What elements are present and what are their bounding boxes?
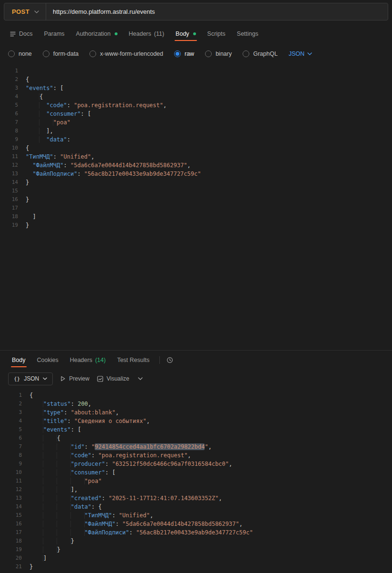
code-line-5[interactable]: 5 "events": [	[0, 425, 392, 434]
code-line-16[interactable]: 16}	[0, 195, 392, 204]
chevron-down-icon	[138, 377, 143, 380]
code-line-5[interactable]: 5 "code": "poa.registration.request",	[0, 101, 392, 110]
radio-icon	[243, 50, 249, 57]
code-line-14[interactable]: 14 "data": {	[0, 503, 392, 511]
code-line-8[interactable]: 8 "code": "poa.registration.request",	[0, 451, 392, 460]
code-line-1[interactable]: 1	[0, 67, 392, 75]
code-line-10[interactable]: 10{	[0, 144, 392, 152]
line-number: 4	[0, 417, 29, 425]
code-text: ],	[29, 485, 78, 494]
line-number: 9	[0, 460, 29, 468]
visualize-icon	[97, 376, 103, 382]
body-language-select[interactable]: JSON	[289, 50, 312, 57]
method-select[interactable]: POST	[4, 3, 46, 20]
code-line-15[interactable]: 15 "ТипМЧД": "Unified",	[0, 511, 392, 520]
code-line-19[interactable]: 19 }	[0, 545, 392, 554]
url-input[interactable]	[46, 3, 388, 20]
postman-app: POST DocsParamsAuthorizationHeaders(11)B…	[0, 0, 392, 573]
response-format-select[interactable]: {} JSON	[8, 372, 53, 385]
body-type-raw-label: raw	[185, 50, 194, 57]
body-type-graphql[interactable]: GraphQL	[243, 50, 277, 57]
line-number: 17	[0, 204, 26, 212]
code-line-1[interactable]: 1{	[0, 391, 392, 400]
tab-params-label: Params	[44, 30, 64, 37]
code-line-9[interactable]: 9 "data":	[0, 135, 392, 144]
code-line-18[interactable]: 18 }	[0, 537, 392, 545]
response-tab-headers[interactable]: Headers(14)	[65, 351, 111, 370]
code-text: "data": {	[29, 503, 102, 511]
preview-button[interactable]: Preview	[60, 375, 89, 382]
code-line-8[interactable]: 8 ],	[0, 127, 392, 135]
code-line-17[interactable]: 17	[0, 204, 392, 212]
body-type-x-www-form-urlencoded[interactable]: x-www-form-urlencoded	[89, 50, 163, 57]
code-line-12[interactable]: 12 "ФайлМЧД": "5da6c6a7e0044d14b427858bd…	[0, 161, 392, 170]
response-body-editor[interactable]: 1{2 "status": 200,3 "type": "about:blank…	[0, 388, 392, 573]
code-line-6[interactable]: 6 {	[0, 434, 392, 442]
request-tabs: DocsParamsAuthorizationHeaders(11)BodySc…	[0, 23, 392, 44]
line-number: 12	[0, 161, 26, 170]
tab-body-label: Body	[176, 30, 189, 37]
request-body-editor[interactable]: 12{3"events": [4 {5 "code": "poa.registr…	[0, 63, 392, 350]
code-text: "consumer": [	[29, 468, 116, 477]
line-number: 3	[0, 84, 26, 92]
tab-headers[interactable]: Headers(11)	[124, 23, 170, 44]
code-line-15[interactable]: 15	[0, 187, 392, 195]
code-line-20[interactable]: 20 ]	[0, 554, 392, 563]
response-tab-test-results[interactable]: Test Results	[112, 351, 155, 370]
visualize-button[interactable]: Visualize	[97, 375, 129, 382]
tab-headers-count: (11)	[154, 30, 164, 37]
code-line-9[interactable]: 9 "producer": "632512f50dc6466c96a7f0316…	[0, 460, 392, 468]
line-number: 19	[0, 221, 26, 230]
play-icon	[60, 376, 66, 382]
line-number: 14	[0, 178, 26, 187]
code-line-13[interactable]: 13 "ФайлПодписи": "56ac8b217e00433e9ab9d…	[0, 170, 392, 178]
response-tab-body[interactable]: Body	[7, 351, 31, 370]
code-line-2[interactable]: 2 "status": 200,	[0, 400, 392, 408]
code-line-21[interactable]: 21}	[0, 563, 392, 571]
code-line-4[interactable]: 4 "title": "Сведения о событиях",	[0, 417, 392, 425]
code-line-14[interactable]: 14}	[0, 178, 392, 187]
tab-params[interactable]: Params	[39, 23, 69, 44]
line-number: 6	[0, 110, 26, 118]
code-line-12[interactable]: 12 ],	[0, 485, 392, 494]
body-type-binary[interactable]: binary	[205, 50, 232, 57]
code-line-3[interactable]: 3"events": [	[0, 84, 392, 92]
tab-docs[interactable]: Docs	[5, 23, 38, 44]
line-number: 12	[0, 485, 29, 494]
code-line-7[interactable]: 7 "id": "92414854cced4aa1bfc6702a29822bd…	[0, 442, 392, 451]
code-line-19[interactable]: 19}	[0, 221, 392, 230]
line-number: 1	[0, 391, 29, 400]
radio-icon	[89, 50, 96, 57]
code-line-11[interactable]: 11 "poa"	[0, 477, 392, 485]
visualize-options-chevron[interactable]	[137, 376, 144, 381]
body-type-form-data[interactable]: form-data	[43, 50, 79, 57]
code-text: ],	[26, 127, 53, 135]
code-text: "ФайлМЧД": "5da6c6a7e0044d14b427858bd586…	[29, 520, 243, 528]
code-line-3[interactable]: 3 "type": "about:blank",	[0, 408, 392, 417]
response-tab-cookies[interactable]: Cookies	[32, 351, 64, 370]
radio-icon	[205, 50, 212, 57]
line-number: 16	[0, 520, 29, 528]
code-line-16[interactable]: 16 "ФайлМЧД": "5da6c6a7e0044d14b427858bd…	[0, 520, 392, 528]
line-number: 7	[0, 442, 29, 451]
history-icon[interactable]	[165, 355, 175, 365]
code-line-17[interactable]: 17 "ФайлПодписи": "56ac8b217e00433e9ab9d…	[0, 528, 392, 537]
tab-authorization[interactable]: Authorization	[71, 23, 123, 44]
tab-scripts[interactable]: Scripts	[202, 23, 231, 44]
code-line-18[interactable]: 18 ]	[0, 212, 392, 221]
code-line-11[interactable]: 11"ТипМЧД": "Unified",	[0, 152, 392, 161]
code-line-10[interactable]: 10 "consumer": [	[0, 468, 392, 477]
tab-body[interactable]: Body	[170, 23, 201, 44]
code-line-6[interactable]: 6 "consumer": [	[0, 110, 392, 118]
body-type-raw[interactable]: raw	[174, 50, 194, 57]
tab-settings[interactable]: Settings	[232, 23, 264, 44]
body-type-none[interactable]: none	[8, 50, 32, 57]
code-text: {	[26, 75, 29, 84]
code-text: "data":	[26, 135, 70, 144]
code-line-7[interactable]: 7 "poa"	[0, 118, 392, 127]
code-line-13[interactable]: 13 "created": "2025-11-17T12:41:07.14360…	[0, 494, 392, 503]
line-number: 21	[0, 563, 29, 571]
code-line-2[interactable]: 2{	[0, 75, 392, 84]
code-line-4[interactable]: 4 {	[0, 92, 392, 101]
method-label: POST	[12, 8, 29, 15]
